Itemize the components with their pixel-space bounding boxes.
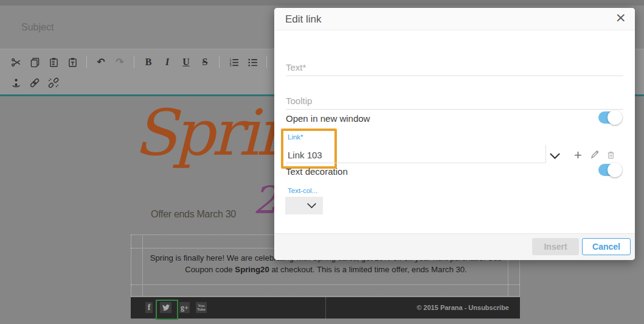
toolbar-row-2 xyxy=(10,76,60,90)
google-plus-icon[interactable]: g+ xyxy=(179,302,190,313)
undo-icon[interactable]: ↶ xyxy=(95,56,107,68)
top-strip xyxy=(0,0,644,5)
link-dropdown-divider xyxy=(545,145,546,163)
paste-icon[interactable] xyxy=(47,56,60,68)
edit-link-pencil-icon[interactable] xyxy=(589,149,600,160)
link-field-underline xyxy=(286,163,545,163)
tooltip-field-input[interactable] xyxy=(286,109,623,110)
dialog-header: Edit link × xyxy=(274,8,635,30)
offer-ends-text: Offer ends March 30 xyxy=(151,209,236,220)
ordered-list-icon[interactable]: 123 xyxy=(227,56,240,68)
text-field-placeholder: Text* xyxy=(286,62,306,72)
unordered-list-icon[interactable] xyxy=(246,56,258,68)
insert-button[interactable]: Insert xyxy=(532,238,579,255)
bold-icon[interactable]: B xyxy=(142,56,154,68)
paste-as-text-icon[interactable] xyxy=(66,56,78,68)
section-border xyxy=(142,234,143,296)
chevron-down-icon xyxy=(306,202,317,209)
email-editor-screen: Subject ↶ ↷ B I U S 123 xyxy=(0,0,644,324)
text-color-dropdown[interactable] xyxy=(285,197,323,214)
close-icon[interactable]: × xyxy=(615,10,626,25)
selected-element-outline xyxy=(156,300,178,320)
subject-placeholder: Subject xyxy=(21,22,54,33)
body-text-segment: at checkout. This is a limited time offe… xyxy=(269,265,467,274)
footer-cell-border xyxy=(325,297,326,319)
open-in-new-window-toggle[interactable] xyxy=(598,111,620,124)
body-text-bold: Spring20 xyxy=(235,265,269,274)
cancel-button[interactable]: Cancel xyxy=(582,238,631,255)
link-field-label: Link* xyxy=(288,133,303,141)
text-decoration-label: Text decoration xyxy=(286,166,348,177)
email-footer-bar: f g+ YouTube © 2015 Parana - Unsubscribe xyxy=(131,297,520,319)
email-logo-accent: 2 xyxy=(253,181,277,219)
copy-icon[interactable] xyxy=(29,56,41,68)
open-in-new-window-label: Open in new window xyxy=(286,113,370,124)
toolbar-separator xyxy=(134,56,134,68)
text-decoration-toggle[interactable] xyxy=(598,164,620,176)
anchor-icon[interactable] xyxy=(10,77,22,89)
youtube-icon[interactable]: YouTube xyxy=(196,302,207,313)
link-field-value[interactable]: Link 103 xyxy=(288,150,322,160)
underline-icon[interactable]: U xyxy=(180,56,192,68)
toolbar-separator xyxy=(219,56,220,68)
cut-icon[interactable] xyxy=(10,56,22,68)
add-link-icon[interactable]: + xyxy=(574,149,582,162)
link-dropdown-chevron-icon[interactable] xyxy=(549,151,561,162)
delete-link-trash-icon[interactable] xyxy=(605,149,616,160)
unlink-icon[interactable] xyxy=(47,77,60,89)
edit-link-dialog: Edit link × Text* Tooltip Open in new wi… xyxy=(274,8,635,260)
text-color-label: Text-col... xyxy=(288,187,317,194)
insert-link-icon[interactable] xyxy=(29,77,41,89)
text-field-input[interactable] xyxy=(286,76,623,76)
redo-icon: ↷ xyxy=(114,56,126,68)
strikethrough-icon[interactable]: S xyxy=(199,56,211,68)
toolbar-separator xyxy=(86,56,87,68)
svg-text:3: 3 xyxy=(229,63,231,67)
dialog-title: Edit link xyxy=(285,13,322,26)
toolbar-separator xyxy=(266,56,267,68)
copyright-unsubscribe-text[interactable]: © 2015 Parana - Unsubscribe xyxy=(417,304,509,311)
section-border xyxy=(131,296,520,297)
dialog-footer: Insert Cancel xyxy=(274,233,635,260)
section-border xyxy=(131,284,520,285)
tooltip-field-placeholder: Tooltip xyxy=(286,96,312,106)
italic-icon[interactable]: I xyxy=(161,56,173,68)
facebook-icon[interactable]: f xyxy=(145,302,153,313)
